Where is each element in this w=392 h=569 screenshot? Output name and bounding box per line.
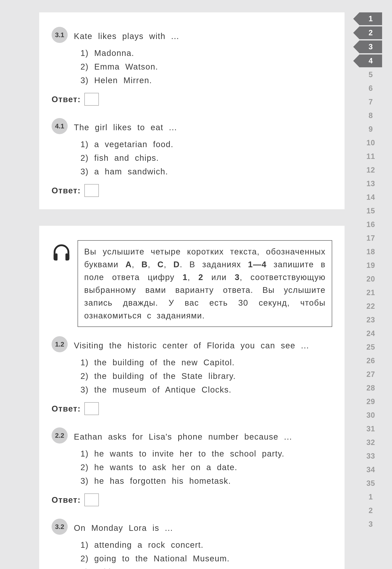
answer-row: Ответ: — [52, 402, 332, 415]
nav-tab-34[interactable]: 34 — [359, 464, 382, 476]
nav-tab-23[interactable]: 23 — [359, 314, 382, 326]
nav-tab-29[interactable]: 29 — [359, 396, 382, 408]
nav-tab-25[interactable]: 25 — [359, 341, 382, 353]
option-1: 1) the building of the new Capitol. — [81, 356, 332, 369]
nav-tab-3[interactable]: 3 — [359, 41, 382, 53]
option-1: 1) Madonna. — [81, 47, 332, 59]
instruction-row: Вы услышите четыре коротких текста, обоз… — [52, 240, 332, 327]
nav-tab-16[interactable]: 16 — [359, 218, 382, 231]
nav-tab-13[interactable]: 13 — [359, 177, 382, 190]
headphones-icon — [52, 240, 71, 263]
option-2: 2) Emma Watson. — [81, 60, 332, 73]
instruction-box: Вы услышите четыре коротких текста, обоз… — [78, 240, 332, 327]
question-number-badge: 3.1 — [52, 27, 68, 43]
answer-label: Ответ: — [52, 186, 81, 195]
option-3: 3) a ham sandwich. — [81, 165, 332, 178]
page: 3.1 Kate likes plays with ... 1) Madonna… — [0, 0, 392, 569]
nav-tab-18[interactable]: 18 — [359, 246, 382, 258]
option-1: 1) attending a rock concert. — [81, 539, 332, 551]
nav-tab-7[interactable]: 7 — [359, 96, 382, 108]
nav-tab-4[interactable]: 4 — [359, 55, 382, 67]
nav-tab-15[interactable]: 15 — [359, 205, 382, 217]
question-options: 1) Madonna. 2) Emma Watson. 3) Helen Mir… — [81, 47, 332, 87]
card-top: 3.1 Kate likes plays with ... 1) Madonna… — [39, 12, 345, 209]
nav-tab-5[interactable]: 5 — [359, 69, 382, 81]
question-number-badge: 1.2 — [52, 336, 68, 352]
answer-row: Ответ: — [52, 93, 332, 106]
answer-input[interactable] — [84, 184, 99, 197]
nav-tab-31[interactable]: 31 — [359, 423, 382, 435]
nav-tab-20[interactable]: 20 — [359, 273, 382, 285]
nav-tab-17[interactable]: 17 — [359, 232, 382, 244]
question-number-badge: 4.1 — [52, 118, 68, 134]
nav-tab-1[interactable]: 1 — [359, 12, 382, 25]
nav-tab-3[interactable]: 3 — [359, 518, 382, 530]
question-stem: Kate likes plays with ... — [74, 27, 179, 43]
option-2: 2) going to the National Museum. — [81, 552, 332, 565]
question-number-badge: 2.2 — [52, 427, 68, 443]
nav-tab-35[interactable]: 35 — [359, 477, 382, 490]
option-3: 3) the museum of Antique Clocks. — [81, 383, 332, 396]
question-4-1: 4.1 The girl likes to eat ... 1) a veget… — [52, 118, 332, 197]
nav-tab-2[interactable]: 2 — [359, 504, 382, 517]
nav-tab-6[interactable]: 6 — [359, 82, 382, 95]
nav-tab-1[interactable]: 1 — [359, 491, 382, 503]
nav-tab-8[interactable]: 8 — [359, 109, 382, 122]
question-options: 1) he wants to invite her to the school … — [81, 447, 332, 487]
option-2: 2) the building of the State library. — [81, 370, 332, 383]
answer-label: Ответ: — [52, 95, 81, 104]
option-3: 3) writing a test. — [81, 566, 332, 569]
nav-tab-21[interactable]: 21 — [359, 286, 382, 299]
answer-input[interactable] — [84, 402, 99, 415]
question-stem: Eathan asks for Lisa's phone number beca… — [74, 427, 292, 443]
nav-tab-28[interactable]: 28 — [359, 382, 382, 394]
option-3: 3) Helen Mirren. — [81, 74, 332, 87]
nav-tab-11[interactable]: 11 — [359, 150, 382, 163]
nav-tab-10[interactable]: 10 — [359, 137, 382, 149]
option-2: 2) he wants to ask her on a date. — [81, 461, 332, 474]
nav-tab-30[interactable]: 30 — [359, 409, 382, 421]
nav-tab-33[interactable]: 33 — [359, 450, 382, 462]
answer-input[interactable] — [84, 93, 99, 106]
option-3: 3) he has forgotten his hometask. — [81, 474, 332, 487]
question-3-1: 3.1 Kate likes plays with ... 1) Madonna… — [52, 27, 332, 106]
answer-input[interactable] — [84, 494, 99, 506]
nav-tab-24[interactable]: 24 — [359, 327, 382, 340]
nav-tab-12[interactable]: 12 — [359, 164, 382, 176]
card-bottom: Вы услышите четыре коротких текста, обоз… — [39, 226, 345, 569]
answer-row: Ответ: — [52, 494, 332, 506]
question-options: 1) a vegetarian food. 2) fish and chips.… — [81, 138, 332, 178]
page-index-nav: 1234567891011121314151617181920212223242… — [359, 12, 382, 531]
question-stem: On Monday Lora is ... — [74, 519, 173, 534]
nav-tab-26[interactable]: 26 — [359, 355, 382, 367]
nav-tab-2[interactable]: 2 — [359, 27, 382, 39]
question-stem: The girl likes to eat ... — [74, 118, 177, 134]
question-options: 1) the building of the new Capitol. 2) t… — [81, 356, 332, 396]
question-1-2: 1.2 Visiting the historic center of Flor… — [52, 336, 332, 415]
answer-label: Ответ: — [52, 404, 81, 413]
question-number-badge: 3.2 — [52, 519, 68, 535]
nav-tab-22[interactable]: 22 — [359, 300, 382, 313]
option-1: 1) he wants to invite her to the school … — [81, 447, 332, 460]
option-2: 2) fish and chips. — [81, 152, 332, 164]
question-2-2: 2.2 Eathan asks for Lisa's phone number … — [52, 427, 332, 506]
nav-tab-19[interactable]: 19 — [359, 259, 382, 271]
nav-tab-9[interactable]: 9 — [359, 123, 382, 135]
answer-row: Ответ: — [52, 184, 332, 197]
answer-label: Ответ: — [52, 495, 81, 505]
option-1: 1) a vegetarian food. — [81, 138, 332, 151]
question-options: 1) attending a rock concert. 2) going to… — [81, 539, 332, 569]
nav-tab-27[interactable]: 27 — [359, 368, 382, 381]
nav-tab-32[interactable]: 32 — [359, 436, 382, 449]
question-3-2: 3.2 On Monday Lora is ... 1) attending a… — [52, 519, 332, 569]
question-stem: Visiting the historic center of Florida … — [74, 336, 309, 352]
nav-tab-14[interactable]: 14 — [359, 191, 382, 203]
